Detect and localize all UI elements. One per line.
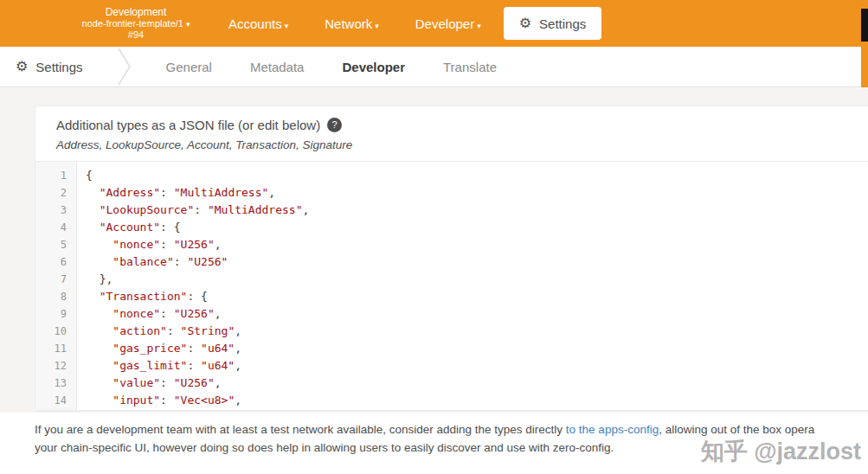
help-icon[interactable]: ? xyxy=(327,118,342,132)
menu-developer[interactable]: Developer▾ xyxy=(415,16,481,31)
top-navbar: Development node-frontier-template/1▾ #9… xyxy=(0,0,868,47)
types-editor-card: Additional types as a JSON file (or edit… xyxy=(35,106,868,411)
code-text: { xyxy=(77,167,93,184)
settings-button-label: Settings xyxy=(539,16,586,31)
edge-orange-strip xyxy=(861,42,868,87)
code-text: "gas_limit": "u64", xyxy=(77,357,241,375)
code-text: "nonce": "U256", xyxy=(77,305,222,323)
tab-translate[interactable]: Translate xyxy=(443,60,497,74)
section-label-text: Settings xyxy=(35,60,82,74)
line-number: 6 xyxy=(35,253,77,271)
code-text: "Account": { xyxy=(77,219,181,236)
code-line[interactable]: 7 }, xyxy=(35,271,868,288)
code-line[interactable]: 9 "nonce": "U256", xyxy=(35,305,868,323)
code-line[interactable]: 3 "LookupSource": "MultiAddress", xyxy=(35,202,868,219)
chevron-down-icon: ▾ xyxy=(285,22,289,30)
code-line[interactable]: 1{ xyxy=(35,167,868,184)
code-line[interactable]: 14 "input": "Vec<u8>", xyxy=(35,392,868,409)
json-code-editor[interactable]: 1{2 "Address": "MultiAddress",3 "LookupS… xyxy=(35,161,868,410)
line-number: 3 xyxy=(35,202,77,219)
line-number: 14 xyxy=(35,392,77,409)
tab-general[interactable]: General xyxy=(166,60,212,74)
line-number: 10 xyxy=(35,323,77,340)
line-number: 4 xyxy=(35,219,77,236)
line-number: 12 xyxy=(35,357,77,375)
code-line[interactable]: 4 "Account": { xyxy=(35,219,868,236)
code-line[interactable]: 8 "Transaction": { xyxy=(35,288,868,305)
code-text: "balance": "U256" xyxy=(77,253,228,271)
card-title: Additional types as a JSON file (or edit… xyxy=(56,118,320,132)
chevron-down-icon: ▾ xyxy=(375,22,379,30)
tab-metadata[interactable]: Metadata xyxy=(250,60,305,74)
footer-text-before-link: If you are a development team with at le… xyxy=(35,423,566,436)
line-number: 8 xyxy=(35,288,77,305)
menu-developer-label: Developer xyxy=(415,16,474,31)
code-line[interactable]: 5 "nonce": "U256", xyxy=(35,236,868,253)
footer-text-after-link: , allowing out of the box opera xyxy=(659,423,814,436)
chevron-down-icon: ▾ xyxy=(477,22,481,30)
network-selector[interactable]: Development node-frontier-template/1▾ #9… xyxy=(80,6,192,42)
network-node-text: node-frontier-template/1 xyxy=(82,18,183,29)
line-number: 11 xyxy=(35,340,77,357)
tab-developer[interactable]: Developer xyxy=(342,60,405,74)
code-text: "value": "U256", xyxy=(77,375,222,392)
code-lines: 1{2 "Address": "MultiAddress",3 "LookupS… xyxy=(35,167,868,409)
watermark: 知乎 @jazzlost xyxy=(701,436,861,467)
line-number: 1 xyxy=(35,167,77,184)
code-text: "Transaction": { xyxy=(77,288,208,305)
chevron-down-icon: ▾ xyxy=(186,20,190,29)
line-number: 5 xyxy=(35,236,77,253)
section-label-settings: ⚙ Settings xyxy=(16,60,83,74)
line-number: 9 xyxy=(35,305,77,323)
edge-black-rect xyxy=(861,9,868,42)
code-text: "LookupSource": "MultiAddress", xyxy=(77,202,309,219)
menu-accounts-label: Accounts xyxy=(228,16,282,31)
tabs: General Metadata Developer Translate xyxy=(166,60,497,74)
block-number: #94 xyxy=(80,29,192,41)
code-line[interactable]: 11 "gas_price": "u64", xyxy=(35,340,868,357)
breadcrumb-chevron-icon xyxy=(118,48,132,86)
code-text: "Address": "MultiAddress", xyxy=(77,184,275,202)
code-line[interactable]: 10 "action": "String", xyxy=(35,323,868,340)
menu-network[interactable]: Network▾ xyxy=(325,16,379,31)
menu-network-label: Network xyxy=(325,16,372,31)
main-content: Additional types as a JSON file (or edit… xyxy=(0,87,868,413)
code-line[interactable]: 13 "value": "U256", xyxy=(35,375,868,392)
code-text: "action": "String", xyxy=(77,323,241,340)
code-line[interactable]: 6 "balance": "U256" xyxy=(35,253,868,271)
apps-config-link[interactable]: to the apps-config xyxy=(566,423,659,436)
line-number: 7 xyxy=(35,271,77,288)
network-node-label: node-frontier-template/1▾ xyxy=(80,18,192,29)
code-text: "input": "Vec<u8>", xyxy=(77,392,241,409)
line-number: 2 xyxy=(35,184,77,202)
code-line[interactable]: 2 "Address": "MultiAddress", xyxy=(35,184,868,202)
network-env-label: Development xyxy=(80,6,192,18)
line-number: 13 xyxy=(35,375,77,392)
card-header: Additional types as a JSON file (or edit… xyxy=(35,106,868,161)
detected-types-summary: Address, LookupSource, Account, Transact… xyxy=(56,138,847,151)
menu-accounts[interactable]: Accounts▾ xyxy=(228,16,288,31)
settings-button[interactable]: ⚙ Settings xyxy=(504,7,602,40)
cogs-icon: ⚙ xyxy=(16,60,28,74)
code-text: }, xyxy=(77,271,113,288)
code-text: "nonce": "U256", xyxy=(77,236,222,253)
settings-tabbar: ⚙ Settings General Metadata Developer Tr… xyxy=(0,47,868,87)
code-line[interactable]: 12 "gas_limit": "u64", xyxy=(35,357,868,375)
code-text: "gas_price": "u64", xyxy=(77,340,241,357)
cogs-icon: ⚙ xyxy=(519,16,531,30)
